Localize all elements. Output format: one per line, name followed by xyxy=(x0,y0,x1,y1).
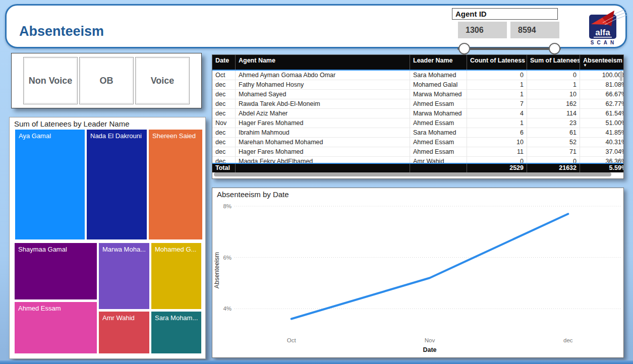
column-header-date[interactable]: Date xyxy=(212,55,236,70)
table-cell: 7 xyxy=(467,99,527,108)
table-cell: Magda Fekry AbdElhamed xyxy=(236,157,410,163)
treemap-panel: Sum of Latenees by Leader Name Aya Gamal… xyxy=(9,117,206,359)
table-cell: Marwa Mohamed xyxy=(410,109,467,118)
table-row[interactable]: decMarehan Mohamed MohamedAhmed Essam105… xyxy=(212,138,624,147)
treemap-tile-shaymaa-gamal[interactable]: Shaymaa Gamal xyxy=(15,243,97,299)
agent-id-slider-handle-min[interactable] xyxy=(458,43,470,54)
table-cell: dec xyxy=(212,80,236,89)
total-value: 21632 xyxy=(527,164,580,172)
table-cell: Fathy Mohamed Hosny xyxy=(236,80,410,89)
column-header-absenteeism[interactable]: Absenteeism▼ xyxy=(580,55,624,70)
table-row[interactable]: decMohamed SayedMarwa Mohamed11066.67% xyxy=(212,90,624,99)
column-header-leader-name[interactable]: Leader Name xyxy=(410,55,467,70)
table-cell: 1 xyxy=(467,118,527,128)
filter-button-ob[interactable]: OB xyxy=(79,57,134,104)
filter-button-voice[interactable]: Voice xyxy=(135,57,190,104)
table-cell: 81.08% xyxy=(580,80,624,89)
agent-id-filter-label: Agent ID xyxy=(452,8,558,20)
table-cell: 114 xyxy=(527,109,580,118)
agent-id-slider-handle-max[interactable] xyxy=(549,43,560,54)
agent-id-min-input[interactable]: 1306 xyxy=(458,22,507,38)
table-row[interactable]: decAbdel Aziz MaherMarwa Mohamed411461.5… xyxy=(212,109,624,118)
table-cell: Ahmed Ayman Gomaa Abdo Omar xyxy=(236,71,410,80)
table-cell: Ahmed Essam xyxy=(410,118,467,128)
column-header-sum-of-latenees[interactable]: Sum of Latenees xyxy=(527,55,580,70)
table-cell: 1 xyxy=(467,80,527,89)
table-header-row: DateAgent NameLeader NameCount of Latene… xyxy=(212,55,624,70)
treemap-tile-sara-moham[interactable]: Sara Moham... xyxy=(151,312,201,353)
table-row[interactable]: OctAhmed Ayman Gomaa Abdo OmarSara Moham… xyxy=(212,71,624,80)
table-cell: 52 xyxy=(527,138,580,147)
table-row[interactable]: decIbrahim MahmoudSara Mohamed66141.85% xyxy=(212,128,624,138)
table-cell: 66.67% xyxy=(580,90,624,99)
table-cell: dec xyxy=(212,138,236,147)
table-horizontal-scrollbar[interactable] xyxy=(214,172,611,176)
table-cell: 61.54% xyxy=(580,109,624,118)
table-cell: 51.00% xyxy=(580,118,624,128)
table-cell: Abdel Aziz Maher xyxy=(236,109,410,118)
treemap-tile-aya-gamal[interactable]: Aya Gamal xyxy=(15,130,85,239)
alfa-scan-logo: alfa SCAN xyxy=(586,8,627,46)
table-cell: 0 xyxy=(527,157,580,163)
table-cell: 10 xyxy=(467,138,527,147)
table-cell: 41.85% xyxy=(580,128,624,137)
table-cell: 23 xyxy=(527,118,580,128)
treemap-tile-marwa-moha[interactable]: Marwa Moha... xyxy=(99,243,149,309)
table-row[interactable]: decFathy Mohamed HosnyMohamed Galal1181.… xyxy=(212,80,624,90)
treemap-tile-ahmed-essam[interactable]: Ahmed Essam xyxy=(15,302,97,353)
table-cell: 40.31% xyxy=(580,138,624,147)
x-tick-label: dec xyxy=(563,337,573,343)
table-cell: Mohamed Sayed xyxy=(236,90,410,99)
agent-id-max-input[interactable]: 8594 xyxy=(510,22,559,38)
total-label: Total xyxy=(212,164,236,172)
table-cell: Mohamed Galal xyxy=(410,80,467,89)
table-cell: 1 xyxy=(467,90,527,99)
table-cell: dec xyxy=(212,157,236,163)
table-row[interactable]: decRawda Tarek Abd-El-MoneimAhmed Essam7… xyxy=(212,99,624,109)
table-cell: 62.77% xyxy=(580,99,624,108)
table-cell: dec xyxy=(212,90,236,99)
treemap-area: Aya GamalNada El DakrouniShereen SaiedSh… xyxy=(10,117,205,358)
table-row[interactable]: decHager Fares MohamedAhmed Essam117137.… xyxy=(212,147,624,157)
filter-button-non-voice[interactable]: Non Voice xyxy=(23,57,78,104)
x-axis-label: Date xyxy=(423,346,436,353)
table-cell: dec xyxy=(212,109,236,118)
page-title: Absenteeism xyxy=(19,24,104,39)
table-cell: 0 xyxy=(527,71,580,80)
absenteeism-line-chart[interactable]: 4%6%8%OctNovdecAbsenteeismDate xyxy=(212,199,623,356)
table-row[interactable]: NovHager Fares MohamedAhmed Essam12351.0… xyxy=(212,118,624,128)
logo-text: alfa xyxy=(595,28,610,37)
table-cell: 61 xyxy=(527,128,580,137)
table-cell: Sara Mohamed xyxy=(410,71,467,80)
table-cell: Ahmed Essam xyxy=(410,138,467,147)
x-tick-label: Nov xyxy=(425,337,435,343)
table-row[interactable]: decMagda Fekry AbdElhamedAmr Wahid0036.3… xyxy=(212,157,624,163)
table-cell: Ahmed Essam xyxy=(410,147,467,156)
table-cell: 100.00% xyxy=(580,71,624,80)
y-axis-label: Absenteeism xyxy=(213,252,220,288)
table-cell: Oct xyxy=(212,71,236,80)
table-cell: Ibrahim Mahmoud xyxy=(236,128,410,137)
column-header-count-of-lateness[interactable]: Count of Lateness xyxy=(467,55,527,70)
total-value xyxy=(236,164,410,172)
treemap-tile-mohamed-g[interactable]: Mohamed G... xyxy=(151,243,201,309)
table-cell: 6 xyxy=(467,128,527,137)
table-cell: 1 xyxy=(527,80,580,89)
treemap-tile-amr-wahid[interactable]: Amr Wahid xyxy=(99,312,149,353)
y-tick-label: 6% xyxy=(223,255,232,261)
table-cell: Hager Fares Mohamed xyxy=(236,118,410,128)
table-vertical-scrollbar[interactable] xyxy=(620,71,622,81)
treemap-tile-shereen-saied[interactable]: Shereen Saied xyxy=(149,130,202,239)
table-cell: Ahmed Essam xyxy=(410,99,467,108)
treemap-tile-nada-el-dakrouni[interactable]: Nada El Dakrouni xyxy=(87,130,147,239)
y-tick-label: 8% xyxy=(223,203,232,209)
column-header-agent-name[interactable]: Agent Name xyxy=(236,55,410,70)
agent-id-slider-track[interactable] xyxy=(457,47,561,50)
y-tick-label: 4% xyxy=(223,306,232,312)
table-cell: 4 xyxy=(467,109,527,118)
page-bottom-strip xyxy=(0,360,633,364)
total-value: 5.59% xyxy=(580,164,624,172)
table-cell: Marwa Mohamed xyxy=(410,90,467,99)
sort-desc-icon: ▼ xyxy=(583,64,624,67)
table-cell: Sara Mohamed xyxy=(410,128,467,137)
